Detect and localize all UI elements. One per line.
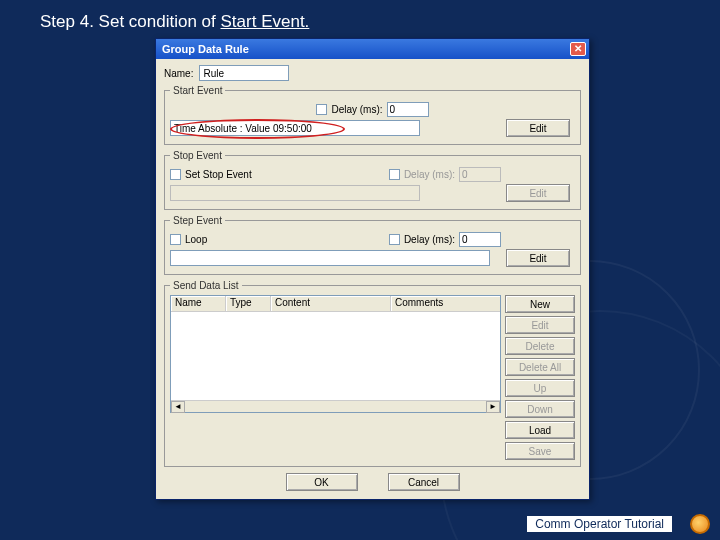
delete-all-button: Delete All xyxy=(505,358,575,376)
send-data-list-legend: Send Data List xyxy=(170,280,242,291)
loop-label: Loop xyxy=(185,234,207,245)
start-event-group: Start Event Delay (ms): Time Absolute : … xyxy=(164,85,581,145)
col-type[interactable]: Type xyxy=(226,296,271,311)
listview-body[interactable] xyxy=(171,312,500,400)
stop-event-legend: Stop Event xyxy=(170,150,225,161)
dialog-title: Group Data Rule xyxy=(162,43,249,55)
step-event-condition xyxy=(170,250,490,266)
edit-button: Edit xyxy=(505,316,575,334)
logo-icon xyxy=(690,514,710,534)
set-stop-event-label: Set Stop Event xyxy=(185,169,252,180)
start-delay-label: Delay (ms): xyxy=(331,104,382,115)
send-data-list-group: Send Data List Name Type Content Comment… xyxy=(164,280,581,467)
slide-title: Step 4. Set condition of Start Event. xyxy=(40,12,309,32)
footer-text: Comm Operator Tutorial xyxy=(527,516,672,532)
cancel-button[interactable]: Cancel xyxy=(388,473,460,491)
col-comments[interactable]: Comments xyxy=(391,296,500,311)
col-name[interactable]: Name xyxy=(171,296,226,311)
stop-delay-checkbox[interactable] xyxy=(389,169,400,180)
stop-event-edit-button: Edit xyxy=(506,184,570,202)
close-button[interactable]: ✕ xyxy=(570,42,586,56)
set-stop-event-checkbox[interactable] xyxy=(170,169,181,180)
name-input[interactable] xyxy=(199,65,289,81)
new-button[interactable]: New xyxy=(505,295,575,313)
listview-hscroll[interactable]: ◄ ► xyxy=(171,400,500,412)
down-button: Down xyxy=(505,400,575,418)
start-event-edit-button[interactable]: Edit xyxy=(506,119,570,137)
step-delay-label: Delay (ms): xyxy=(404,234,455,245)
stop-event-condition xyxy=(170,185,420,201)
close-icon: ✕ xyxy=(574,44,582,54)
start-event-condition: Time Absolute : Value 09:50:00 xyxy=(170,120,420,136)
step-event-group: Step Event Loop Delay (ms): Edit xyxy=(164,215,581,275)
listview-header: Name Type Content Comments xyxy=(171,296,500,312)
ok-button[interactable]: OK xyxy=(286,473,358,491)
step-delay-input[interactable] xyxy=(459,232,501,247)
stop-delay-input xyxy=(459,167,501,182)
titlebar[interactable]: Group Data Rule ✕ xyxy=(156,39,589,59)
stop-delay-label: Delay (ms): xyxy=(404,169,455,180)
load-button[interactable]: Load xyxy=(505,421,575,439)
col-content[interactable]: Content xyxy=(271,296,391,311)
start-delay-input[interactable] xyxy=(387,102,429,117)
group-data-rule-dialog: Group Data Rule ✕ Name: Start Event Dela… xyxy=(155,38,590,500)
step-event-edit-button[interactable]: Edit xyxy=(506,249,570,267)
slide-title-prefix: Step 4. Set condition of xyxy=(40,12,221,31)
send-data-listview[interactable]: Name Type Content Comments ◄ ► xyxy=(170,295,501,413)
start-delay-checkbox[interactable] xyxy=(316,104,327,115)
name-label: Name: xyxy=(164,68,193,79)
start-event-legend: Start Event xyxy=(170,85,225,96)
loop-checkbox[interactable] xyxy=(170,234,181,245)
step-event-legend: Step Event xyxy=(170,215,225,226)
stop-event-group: Stop Event Set Stop Event Delay (ms): Ed… xyxy=(164,150,581,210)
up-button: Up xyxy=(505,379,575,397)
delete-button: Delete xyxy=(505,337,575,355)
slide-title-highlight: Start Event. xyxy=(221,12,310,31)
step-delay-checkbox[interactable] xyxy=(389,234,400,245)
scroll-right-icon[interactable]: ► xyxy=(486,401,500,413)
save-button: Save xyxy=(505,442,575,460)
scroll-left-icon[interactable]: ◄ xyxy=(171,401,185,413)
